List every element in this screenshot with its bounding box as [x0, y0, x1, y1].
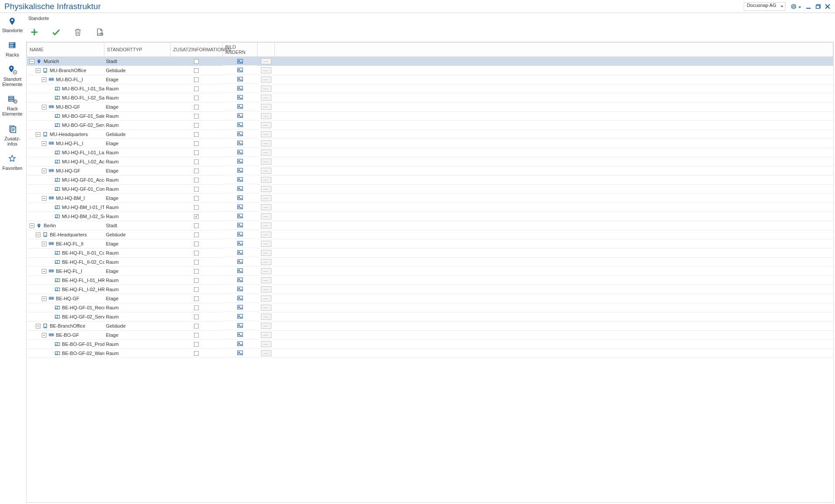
change-image-button[interactable]: [223, 112, 257, 120]
change-image-button[interactable]: [223, 57, 257, 66]
extra-info-checkbox[interactable]: [194, 242, 199, 246]
tree-toggle[interactable]: [36, 324, 40, 328]
extra-info-checkbox[interactable]: [194, 141, 199, 146]
minimize-icon[interactable]: [805, 3, 812, 10]
table-row[interactable]: MunichStadt···: [27, 57, 833, 66]
change-image-button[interactable]: [223, 176, 257, 184]
table-row[interactable]: MU-HQ-FL_IEtage···: [27, 139, 833, 148]
table-row[interactable]: MU-BO-FL_I-02_SalesRaum···: [27, 93, 833, 103]
change-image-button[interactable]: [223, 121, 257, 129]
row-more-button[interactable]: ···: [261, 341, 271, 347]
table-row[interactable]: BE-HQ-GFEtage···: [27, 294, 833, 303]
row-more-button[interactable]: ···: [261, 323, 271, 329]
table-row[interactable]: MU-BranchOfficeGebäude···: [27, 66, 833, 75]
settings-dropdown-icon[interactable]: [798, 4, 802, 9]
change-image-button[interactable]: [223, 294, 257, 303]
col-type[interactable]: Standorttyp: [104, 43, 170, 57]
nav-item-zusatz-infos[interactable]: Zusatz-infos: [0, 125, 25, 146]
extra-info-checkbox[interactable]: [194, 351, 199, 356]
row-more-button[interactable]: ···: [261, 295, 271, 302]
change-image-button[interactable]: [223, 194, 257, 202]
table-row[interactable]: BE-HQ-GF-01_RecruitmentRaum···: [27, 303, 833, 312]
tree-toggle[interactable]: [42, 105, 47, 109]
change-image-button[interactable]: [223, 331, 257, 339]
export-csv-button[interactable]: csv: [94, 27, 105, 37]
row-more-button[interactable]: ···: [261, 222, 271, 229]
extra-info-checkbox[interactable]: [194, 214, 199, 219]
extra-info-checkbox[interactable]: [194, 114, 199, 119]
table-row[interactable]: BE-HQ-FL_I-01_HRRaum···: [27, 276, 833, 285]
nav-item-standort-elemente[interactable]: StandortElemente: [0, 65, 25, 87]
extra-info-checkbox[interactable]: [194, 333, 199, 338]
extra-info-checkbox[interactable]: [194, 260, 199, 265]
row-more-button[interactable]: ···: [261, 186, 271, 192]
nav-item-standorte[interactable]: Standorte: [0, 17, 25, 33]
settings-icon[interactable]: [790, 3, 798, 10]
row-more-button[interactable]: ···: [261, 305, 271, 311]
row-more-button[interactable]: ···: [261, 131, 271, 137]
table-row[interactable]: BE-BO-GFEtage···: [27, 331, 833, 340]
tree-toggle[interactable]: [42, 242, 47, 246]
table-row[interactable]: MU-BO-GF-01_SalesRaum···: [27, 112, 833, 121]
row-more-button[interactable]: ···: [261, 149, 271, 156]
change-image-button[interactable]: [223, 66, 257, 75]
change-image-button[interactable]: [223, 340, 257, 348]
tree-toggle[interactable]: [42, 333, 47, 338]
table-row[interactable]: BE-HQ-FL_IEtage···: [27, 267, 833, 276]
tree-toggle[interactable]: [36, 232, 40, 237]
row-more-button[interactable]: ···: [261, 314, 271, 320]
tree-toggle[interactable]: [42, 169, 47, 173]
table-row[interactable]: BE-BO-GF-02_WarehouseRaum···: [27, 349, 833, 358]
extra-info-checkbox[interactable]: [194, 159, 199, 164]
table-row[interactable]: BE-BranchOfficeGebäude···: [27, 322, 833, 331]
change-image-button[interactable]: [223, 239, 257, 248]
extra-info-checkbox[interactable]: [194, 59, 199, 64]
row-more-button[interactable]: ···: [261, 95, 271, 101]
row-more-button[interactable]: ···: [261, 58, 271, 64]
maximize-icon[interactable]: [814, 3, 822, 10]
extra-info-checkbox[interactable]: [194, 296, 199, 301]
extra-info-checkbox[interactable]: [194, 86, 199, 91]
extra-info-checkbox[interactable]: [194, 315, 199, 319]
tree-toggle[interactable]: [30, 59, 34, 64]
extra-info-checkbox[interactable]: [194, 132, 199, 137]
row-more-button[interactable]: ···: [261, 86, 271, 92]
change-image-button[interactable]: [223, 185, 257, 193]
table-row[interactable]: MU-HQ-BM_I-01_ITRaum···: [27, 203, 833, 212]
change-image-button[interactable]: [223, 75, 257, 84]
tree-toggle[interactable]: [42, 141, 47, 146]
delete-button[interactable]: [73, 27, 83, 37]
row-more-button[interactable]: ···: [261, 195, 271, 201]
row-more-button[interactable]: ···: [261, 159, 271, 165]
change-image-button[interactable]: [223, 157, 257, 166]
table-row[interactable]: MU-HeadquartersGebäude···: [27, 130, 833, 139]
change-image-button[interactable]: [223, 249, 257, 257]
change-image-button[interactable]: [223, 148, 257, 157]
extra-info-checkbox[interactable]: [194, 287, 199, 292]
change-image-button[interactable]: [223, 230, 257, 239]
extra-info-checkbox[interactable]: [194, 278, 199, 283]
extra-info-checkbox[interactable]: [194, 169, 199, 173]
extra-info-checkbox[interactable]: [194, 305, 199, 310]
change-image-button[interactable]: [223, 258, 257, 266]
add-button[interactable]: [29, 27, 40, 37]
close-icon[interactable]: [824, 3, 832, 10]
change-image-button[interactable]: [223, 103, 257, 111]
table-row[interactable]: MU-HQ-GFEtage···: [27, 166, 833, 176]
change-image-button[interactable]: [223, 312, 257, 321]
table-row[interactable]: MU-BO-FL_I-01_SalesRaum···: [27, 84, 833, 93]
row-more-button[interactable]: ···: [261, 213, 271, 219]
tree-toggle[interactable]: [36, 132, 40, 137]
change-image-button[interactable]: [223, 285, 257, 294]
col-image[interactable]: Bild ändern: [223, 43, 257, 57]
tree-toggle[interactable]: [36, 68, 40, 73]
row-more-button[interactable]: ···: [261, 277, 271, 283]
change-image-button[interactable]: [223, 212, 257, 221]
tenant-selector[interactable]: Docusnap AG: [744, 2, 785, 11]
change-image-button[interactable]: [223, 139, 257, 148]
row-more-button[interactable]: ···: [261, 350, 271, 356]
table-row[interactable]: MU-HQ-GF-01_Controlli...Raum···: [27, 185, 833, 194]
table-row[interactable]: MU-BO-GF-02_ServerRo...Raum···: [27, 121, 833, 130]
change-image-button[interactable]: [223, 93, 257, 102]
row-more-button[interactable]: ···: [261, 113, 271, 119]
